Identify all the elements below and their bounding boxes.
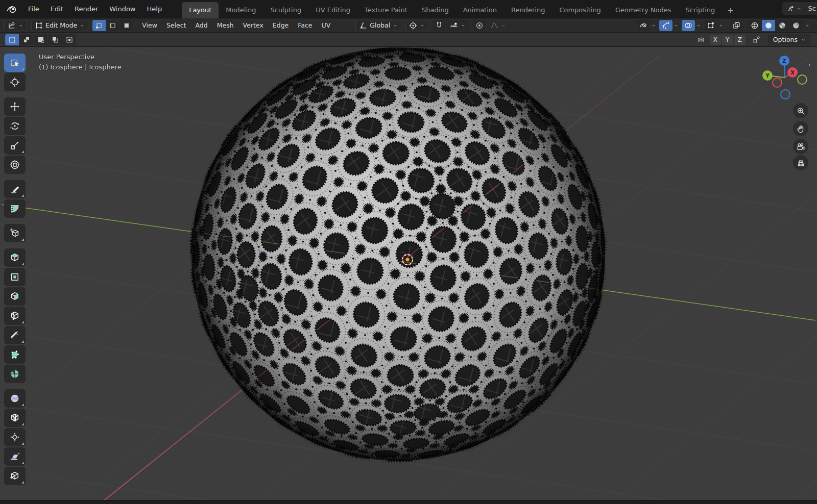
tab-sculpting[interactable]: Sculpting xyxy=(263,2,308,18)
solid-shading-button[interactable] xyxy=(762,20,775,31)
tab-geometry-nodes[interactable]: Geometry Nodes xyxy=(608,2,679,18)
edge-select-button[interactable] xyxy=(106,20,119,31)
sidebar-collapse-arrow[interactable]: ‹ xyxy=(808,61,811,68)
pivot-point-dropdown[interactable] xyxy=(405,20,428,31)
move-icon xyxy=(10,102,20,112)
tool-knife[interactable] xyxy=(4,326,26,344)
mirror-z-button[interactable]: Z xyxy=(734,35,746,45)
tool-spin[interactable] xyxy=(4,365,26,383)
select-invert-button[interactable] xyxy=(48,34,62,45)
menu-window[interactable]: Window xyxy=(104,3,141,15)
gizmo-axis-y-ball[interactable]: Y xyxy=(762,70,773,81)
viewport-menu-uv[interactable]: UV xyxy=(317,19,335,32)
zoom-view-button[interactable] xyxy=(793,103,808,118)
camera-view-button[interactable] xyxy=(793,139,808,154)
status-bar xyxy=(0,500,817,504)
tool-smooth[interactable] xyxy=(4,389,26,408)
new-tab-button[interactable]: + xyxy=(722,3,739,18)
menu-help[interactable]: Help xyxy=(141,3,168,15)
shading-dropdown-chevron-icon[interactable] xyxy=(805,23,810,28)
proportional-editing-toggle[interactable] xyxy=(473,20,486,31)
scene-icon xyxy=(786,5,795,13)
select-intersect-button[interactable] xyxy=(62,34,76,45)
snap-target-dropdown[interactable] xyxy=(447,20,469,31)
viewport-menu-face[interactable]: Face xyxy=(293,19,317,32)
smooth-icon xyxy=(10,393,20,404)
gizmo-axis-neg-ball[interactable] xyxy=(772,78,782,88)
tool-move[interactable] xyxy=(4,97,26,116)
select-set-button[interactable] xyxy=(5,34,19,45)
chevron-down-icon xyxy=(797,6,802,11)
viewport-menu-vertex[interactable]: Vertex xyxy=(238,19,268,32)
viewport-menu-add[interactable]: Add xyxy=(190,19,212,32)
menu-edit[interactable]: Edit xyxy=(45,3,69,15)
tool-shrink-fatten[interactable] xyxy=(4,428,26,446)
editor-type-button[interactable] xyxy=(4,20,27,31)
menu-render[interactable]: Render xyxy=(69,3,104,15)
tab-texture-paint[interactable]: Texture Paint xyxy=(357,2,415,18)
tool-edge-slide[interactable] xyxy=(4,409,26,427)
vertex-select-button[interactable] xyxy=(92,20,106,31)
viewport-menu-edge[interactable]: Edge xyxy=(268,19,293,32)
tab-scripting[interactable]: Scripting xyxy=(679,2,723,18)
falloff-dropdown[interactable] xyxy=(487,20,509,31)
select-extend-button[interactable] xyxy=(19,34,33,45)
navigation-gizmo[interactable]: ZXY xyxy=(762,55,808,100)
tool-poly-build[interactable] xyxy=(4,345,26,364)
tool-add-cube[interactable] xyxy=(4,224,26,242)
rendered-shading-button[interactable] xyxy=(789,20,803,31)
show-gizmos-toggle[interactable] xyxy=(659,20,672,31)
tool-scale[interactable] xyxy=(4,136,26,155)
toggle-perspective-button[interactable] xyxy=(793,155,808,170)
tool-loop-cut[interactable] xyxy=(4,307,26,325)
toggle-xray-button[interactable] xyxy=(730,20,743,31)
tool-settings-right: XYZ Options xyxy=(697,34,811,45)
tool-shear[interactable] xyxy=(4,447,26,466)
tool-cursor[interactable] xyxy=(4,73,26,91)
wireframe-shading-button[interactable] xyxy=(748,20,761,31)
tool-bevel[interactable] xyxy=(4,287,26,306)
face-select-button[interactable] xyxy=(120,20,133,31)
tab-uv-editing[interactable]: UV Editing xyxy=(308,2,357,18)
mirror-x-button[interactable]: X xyxy=(710,35,721,45)
mirror-y-button[interactable]: Y xyxy=(722,35,733,45)
tool-annotate[interactable] xyxy=(4,180,26,198)
menu-file[interactable]: File xyxy=(22,3,45,15)
tool-rotate[interactable] xyxy=(4,117,26,135)
show-overlays-toggle[interactable] xyxy=(682,20,695,31)
tool-transform[interactable] xyxy=(4,156,26,174)
tab-modeling[interactable]: Modeling xyxy=(219,2,263,18)
tool-extrude-region[interactable] xyxy=(4,248,26,267)
tab-shading[interactable]: Shading xyxy=(415,2,456,18)
scene-selector[interactable]: Sc xyxy=(782,2,817,15)
visibility-dropdown[interactable] xyxy=(637,20,650,31)
xray-icon xyxy=(732,21,740,30)
tab-layout[interactable]: Layout xyxy=(182,2,219,18)
viewport-3d[interactable]: User Perspective (1) Icosphere | Icosphe… xyxy=(0,47,817,500)
options-dropdown[interactable]: Options xyxy=(768,34,811,45)
select-subtract-button[interactable] xyxy=(34,34,47,45)
gizmo-axis-neg-ball[interactable] xyxy=(780,89,790,99)
pan-view-button[interactable] xyxy=(793,121,808,136)
material-preview-shading-button[interactable] xyxy=(776,20,789,31)
tool-rip-region[interactable] xyxy=(4,467,26,485)
snap-toggle[interactable] xyxy=(432,20,446,31)
tab-compositing[interactable]: Compositing xyxy=(552,2,608,18)
mode-dropdown[interactable]: Edit Mode xyxy=(31,20,88,31)
tool-select-box[interactable] xyxy=(4,54,26,72)
gizmo-object-toggle[interactable] xyxy=(704,20,717,31)
gizmo-axis-x-ball[interactable]: X xyxy=(787,67,798,78)
transform-orientation-dropdown[interactable]: Global xyxy=(355,20,401,31)
tab-rendering[interactable]: Rendering xyxy=(504,2,552,18)
tab-animation[interactable]: Animation xyxy=(456,2,504,18)
viewport-menu-mesh[interactable]: Mesh xyxy=(212,19,238,32)
viewport-canvas[interactable] xyxy=(0,47,817,500)
gizmo-axis-neg-ball[interactable] xyxy=(797,74,807,85)
blender-logo-icon[interactable] xyxy=(6,4,17,15)
rotate-icon xyxy=(10,121,20,131)
tool-measure[interactable] xyxy=(4,199,26,218)
viewport-menu-view[interactable]: View xyxy=(137,19,162,32)
viewport-menu-select[interactable]: Select xyxy=(162,19,191,32)
tool-inset-faces[interactable] xyxy=(4,268,26,286)
gizmo-axis-z-ball[interactable]: Z xyxy=(779,56,789,66)
